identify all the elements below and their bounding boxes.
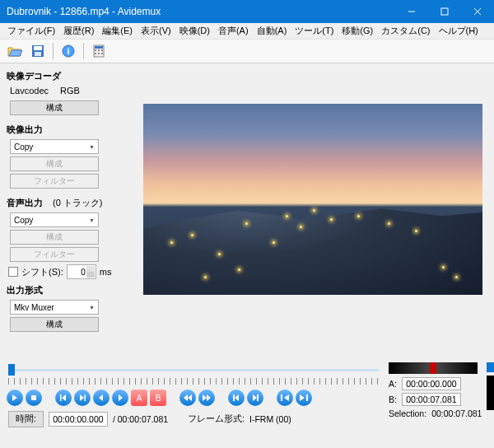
goto-start-button[interactable] (277, 390, 293, 406)
left-panel: 映像デコーダ Lavcodec RGB 構成 映像出力 Copy 構成 フィルタ… (0, 63, 132, 357)
play-button[interactable] (7, 390, 23, 406)
shift-checkbox[interactable] (8, 267, 18, 277)
open-button[interactable] (5, 42, 25, 60)
svg-rect-20 (233, 394, 235, 401)
prev-frame-icon (98, 394, 105, 401)
current-time: 00:00:00.000 (49, 412, 108, 427)
svg-rect-16 (101, 53, 103, 54)
frame-type-value: I-FRM (00) (249, 414, 291, 424)
preview-lights (143, 104, 482, 295)
prev-keyframe-button[interactable] (228, 390, 245, 406)
selection-label: Selection: (389, 408, 426, 418)
svg-rect-6 (35, 52, 41, 56)
vu-indicator (487, 362, 494, 372)
vu-meter (487, 376, 494, 410)
bottom-area: A B 時間: 00:00:00.000 / 00:00:07.081 フレーム… (0, 357, 494, 427)
next-black-icon (252, 394, 259, 401)
decoder-config-button[interactable]: 構成 (10, 100, 99, 115)
menu-video[interactable]: 映像(D) (175, 23, 214, 39)
video-preview (143, 104, 482, 295)
marker-a-value: 00:00:00.000 (402, 377, 461, 390)
next-keyframe-button[interactable] (247, 390, 263, 406)
next-frame-button[interactable] (112, 390, 128, 406)
next-intra-button[interactable] (74, 390, 91, 406)
marker-b-label: B: (389, 394, 397, 404)
menu-custom[interactable]: カスタム(C) (377, 23, 434, 39)
close-button[interactable] (461, 0, 494, 23)
video-output-config-button: 構成 (10, 156, 99, 171)
seek-handle[interactable] (8, 364, 15, 376)
menu-edit[interactable]: 編集(E) (98, 23, 137, 39)
maximize-button[interactable] (428, 0, 461, 23)
floppy-save-icon (31, 44, 44, 58)
svg-rect-1 (441, 8, 448, 15)
menu-audio[interactable]: 音声(A) (214, 23, 253, 39)
svg-rect-10 (95, 46, 103, 49)
svg-rect-5 (34, 46, 42, 50)
audio-tracks-count: (0 トラック) (53, 197, 103, 209)
info-button[interactable]: i (58, 42, 78, 60)
svg-rect-17 (31, 395, 36, 400)
menu-auto[interactable]: 自動(A) (253, 23, 291, 39)
svg-rect-13 (101, 49, 103, 51)
menubar: ファイル(F) 履歴(R) 編集(E) 表示(V) 映像(D) 音声(A) 自動… (0, 23, 494, 40)
prev-frame-button[interactable] (93, 390, 110, 406)
shift-label: シフト(S): (21, 266, 63, 278)
svg-rect-21 (257, 394, 259, 401)
prev-intra-button[interactable] (55, 390, 72, 406)
stop-button[interactable] (26, 390, 42, 406)
stop-icon (30, 394, 37, 401)
right-column: A:00:00:00.000 B:00:00:07.081 Selection:… (389, 361, 487, 427)
menu-help[interactable]: ヘルプ(H) (435, 23, 482, 39)
svg-rect-15 (98, 53, 100, 54)
toolbar-separator-2 (83, 43, 84, 59)
video-output-select[interactable]: Copy (10, 139, 99, 154)
set-marker-b-button[interactable]: B (150, 390, 166, 406)
prev-cut-icon (184, 394, 192, 401)
audio-output-filter-button: フィルター (10, 247, 99, 262)
decoder-codec: Lavcodec (10, 86, 49, 96)
save-button[interactable] (28, 42, 48, 60)
minimize-button[interactable] (395, 0, 428, 23)
next-frame-icon (117, 394, 124, 401)
close-icon (473, 7, 482, 16)
output-format-heading: 出力形式 (7, 284, 125, 296)
shift-spinbox[interactable]: 0 (67, 264, 96, 279)
menu-recent[interactable]: 履歴(R) (59, 23, 98, 39)
prev-black-icon (233, 394, 240, 401)
total-time: / 00:00:07.081 (113, 414, 168, 424)
seek-slider[interactable] (7, 364, 380, 385)
menu-tools[interactable]: ツール(T) (291, 23, 338, 39)
folder-open-icon (7, 44, 22, 58)
minimize-icon (408, 7, 416, 16)
time-button[interactable]: 時間: (8, 411, 44, 427)
marker-b-value: 00:00:07.081 (402, 393, 461, 406)
next-cut-button[interactable] (198, 390, 215, 406)
svg-rect-18 (60, 394, 62, 401)
prev-cut-button[interactable] (179, 390, 196, 406)
output-format-select[interactable]: Mkv Muxer (10, 300, 99, 315)
next-cut-icon (203, 394, 211, 401)
goto-end-button[interactable] (296, 390, 312, 406)
decoder-heading: 映像デコーダ (7, 70, 125, 82)
menu-goto[interactable]: 移動(G) (338, 23, 377, 39)
audio-gauge (389, 362, 478, 374)
status-row: 時間: 00:00:00.000 / 00:00:07.081 フレーム形式: … (7, 411, 380, 427)
menu-file[interactable]: ファイル(F) (3, 23, 59, 39)
svg-rect-12 (98, 49, 100, 51)
start-icon (281, 394, 289, 401)
audio-output-config-button: 構成 (10, 230, 99, 245)
window-title: Dubrovnik - 12866.mp4 - Avidemux (7, 6, 161, 17)
menu-view[interactable]: 表示(V) (137, 23, 175, 39)
video-output-heading: 映像出力 (7, 124, 125, 136)
selection-value: 00:00:07.081 (431, 408, 482, 418)
output-format-config-button[interactable]: 構成 (10, 317, 99, 332)
preview-area (132, 63, 494, 357)
calculator-button[interactable] (89, 42, 109, 60)
set-marker-a-button[interactable]: A (131, 390, 147, 406)
frame-type-label: フレーム形式: (188, 413, 245, 425)
shift-unit: ms (100, 267, 112, 277)
maximize-icon (440, 7, 449, 16)
audio-output-select[interactable]: Copy (10, 212, 99, 227)
svg-rect-23 (306, 394, 308, 401)
